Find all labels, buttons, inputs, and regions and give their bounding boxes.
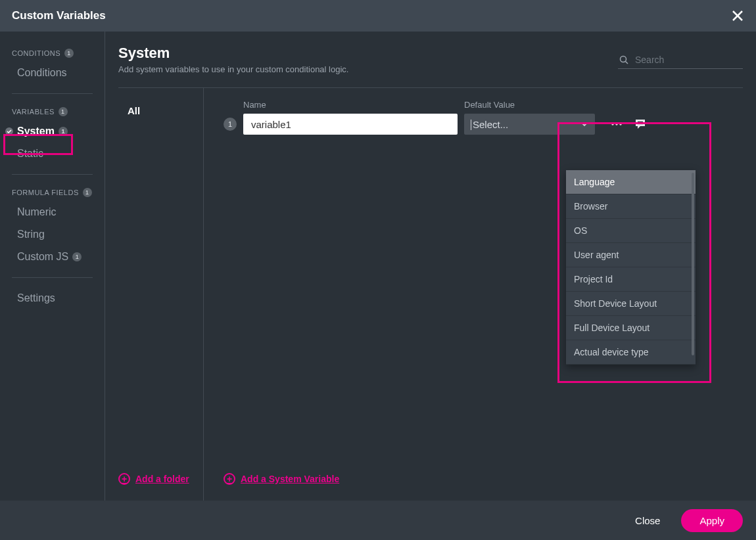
sidebar-item-settings[interactable]: Settings [0, 287, 105, 309]
modal-header: Custom Variables [0, 0, 756, 32]
check-icon [5, 127, 13, 135]
svg-point-3 [621, 56, 626, 62]
scrollbar[interactable] [692, 173, 694, 355]
sidebar: CONDITIONS 1 Conditions VARIABLES 1 Syst… [0, 32, 105, 501]
sidebar-item-numeric[interactable]: Numeric [0, 201, 105, 223]
field-labels: Name Default Value [243, 100, 743, 114]
add-system-variable-button[interactable]: + Add a System Variable [224, 470, 743, 487]
svg-line-4 [626, 62, 628, 64]
plus-circle-icon: + [224, 473, 235, 485]
highlight-frame: Language Browser OS User agent Project I… [557, 122, 711, 383]
sidebar-item-label: Conditions [17, 67, 67, 79]
sidebar-item-static[interactable]: Static [0, 143, 105, 165]
main-header: System Add system variables to use in yo… [118, 45, 743, 74]
main-panel: System Add system variables to use in yo… [105, 32, 756, 501]
modal-title: Custom Variables [12, 9, 728, 22]
sidebar-item-system[interactable]: System 1 [0, 120, 105, 143]
default-value-label: Default Value [464, 100, 515, 110]
search-input[interactable] [634, 54, 751, 66]
folders-column: All + Add a folder [118, 88, 204, 501]
sidebar-item-label: System [17, 125, 55, 137]
dropdown-option[interactable]: Full Device Layout [566, 316, 696, 340]
sidebar-divider [12, 93, 93, 94]
add-folder-button[interactable]: + Add a folder [118, 470, 203, 487]
count-badge: 1 [83, 188, 92, 197]
count-badge: 1 [64, 49, 74, 58]
dropdown-option[interactable]: OS [566, 219, 696, 243]
count-badge: 1 [59, 107, 68, 116]
count-badge: 1 [72, 252, 82, 261]
folder-all[interactable]: All [118, 101, 203, 120]
sidebar-section-formula-fields: FORMULA FIELDS 1 [0, 184, 105, 201]
sidebar-item-label: Numeric [17, 206, 57, 218]
select-placeholder: Select... [471, 119, 508, 130]
sidebar-item-label: Static [17, 148, 43, 160]
search-field[interactable] [618, 51, 743, 69]
dropdown-option[interactable]: User agent [566, 243, 696, 267]
sidebar-section-variables: VARIABLES 1 [0, 103, 105, 120]
sidebar-item-label: Settings [17, 292, 55, 304]
count-badge: 1 [59, 127, 68, 136]
dropdown-option[interactable]: Short Device Layout [566, 292, 696, 316]
dropdown-option[interactable]: Browser [566, 194, 696, 219]
sidebar-item-string[interactable]: String [0, 223, 105, 246]
name-label: Name [243, 100, 464, 110]
dropdown-option[interactable]: Project Id [566, 267, 696, 292]
close-icon[interactable] [728, 7, 747, 25]
close-button[interactable]: Close [627, 510, 668, 531]
add-system-variable-label: Add a System Variable [241, 474, 339, 484]
row-index: 1 [224, 118, 237, 131]
modal-body: CONDITIONS 1 Conditions VARIABLES 1 Syst… [0, 32, 756, 501]
sidebar-item-label: String [17, 229, 45, 240]
dropdown-option[interactable]: Actual device type [566, 340, 696, 365]
sidebar-section-label: VARIABLES [12, 108, 55, 116]
sidebar-section-conditions: CONDITIONS 1 [0, 45, 105, 62]
sidebar-divider [12, 277, 93, 278]
plus-circle-icon: + [118, 473, 130, 485]
sidebar-section-label: CONDITIONS [12, 49, 60, 57]
page-title: System [118, 45, 618, 62]
sidebar-section-label: FORMULA FIELDS [12, 189, 79, 196]
default-value-dropdown: Language Browser OS User agent Project I… [566, 170, 696, 365]
variable-name-input[interactable] [243, 114, 458, 135]
search-icon [619, 55, 628, 64]
sidebar-divider [12, 174, 93, 175]
sidebar-item-custom-js[interactable]: Custom JS 1 [0, 246, 105, 268]
dropdown-option[interactable]: Language [566, 170, 696, 194]
sidebar-item-conditions[interactable]: Conditions [0, 62, 105, 84]
modal-footer: Close Apply [0, 501, 756, 540]
add-folder-label: Add a folder [135, 474, 189, 484]
apply-button[interactable]: Apply [681, 509, 743, 532]
page-subtitle: Add system variables to use in your cust… [118, 64, 618, 74]
custom-variables-modal: Custom Variables CONDITIONS 1 Conditions… [0, 0, 756, 540]
sidebar-item-label: Custom JS [17, 251, 68, 263]
